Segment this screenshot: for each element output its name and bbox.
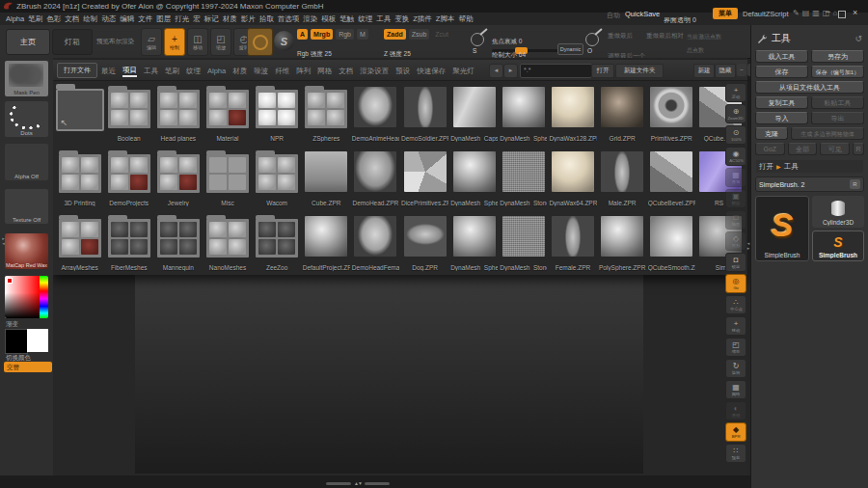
secondary-color-swatch[interactable] bbox=[27, 329, 48, 352]
cylinder3d-thumbnail[interactable]: Cylinder3D bbox=[812, 196, 864, 228]
left-tray-handle[interactable]: ▸◂ bbox=[0, 236, 7, 246]
save-as-button[interactable]: 另存为 bbox=[811, 50, 864, 63]
current-tool-r-button[interactable]: R bbox=[850, 179, 860, 189]
lightbox-tab-渲染设置[interactable]: 渲染设置 bbox=[360, 65, 389, 76]
shelf-zoom3d-button[interactable]: ⊕Zoom3D bbox=[725, 104, 746, 123]
menu-item-1[interactable]: 笔刷 bbox=[28, 14, 42, 24]
lightbox-item[interactable]: FiberMeshes bbox=[104, 210, 153, 275]
lightbox-item[interactable]: QCubeBevel.ZPR bbox=[647, 146, 696, 210]
menu-item-19[interactable]: 纹理 bbox=[358, 14, 372, 24]
shelf-move-button[interactable]: +移动 bbox=[725, 316, 746, 336]
saturation-value-area[interactable] bbox=[5, 276, 40, 318]
shelf-scroll-button[interactable]: +滚动 bbox=[725, 83, 746, 102]
shelf-transparency-button[interactable]: ◐透明 bbox=[725, 401, 746, 420]
shelf-local-symmetry-button[interactable]: ◇对称 bbox=[725, 231, 746, 251]
lightbox-item[interactable]: NanoMeshes bbox=[203, 210, 252, 275]
menu-item-17[interactable]: 模板 bbox=[321, 14, 336, 24]
filter-input[interactable]: *.* bbox=[520, 64, 592, 78]
hue-strip[interactable] bbox=[40, 276, 48, 318]
lightbox-tab-项目[interactable]: 项目 bbox=[122, 64, 137, 77]
prev-page-button[interactable]: ◄ bbox=[489, 64, 503, 78]
menu-item-14[interactable]: 拾取 bbox=[259, 14, 274, 24]
load-tool-button[interactable]: 载入工具 bbox=[755, 50, 808, 63]
shelf-bpr-render-button[interactable]: ◆BPR bbox=[725, 422, 746, 442]
lightbox-item[interactable]: Head planes bbox=[153, 81, 203, 146]
make-polymesh-button[interactable]: 生成 多边形网格物体 bbox=[791, 127, 864, 140]
lightbox-tab-工具[interactable]: 工具 bbox=[144, 65, 158, 76]
current-tool-row[interactable]: SimpleBrush. 2 R bbox=[755, 176, 864, 192]
mode-编辑-button[interactable]: ▱编辑 bbox=[141, 28, 162, 56]
lightbox-item[interactable]: Mannequin bbox=[153, 210, 203, 275]
titlebar-tool-icon-1[interactable]: ▤ bbox=[802, 9, 810, 18]
quicksave-button[interactable]: QuickSave bbox=[625, 10, 660, 18]
dynamic-toggle[interactable]: Dynamic bbox=[557, 43, 583, 55]
goz-all-button[interactable]: 全部 bbox=[788, 143, 818, 155]
lightbox-item[interactable]: DemoSoldier.ZPR bbox=[400, 81, 449, 146]
minimize-button[interactable]: – bbox=[826, 7, 830, 16]
home-button[interactable]: 主页 bbox=[6, 29, 50, 55]
current-texture-thumbnail[interactable]: Texture Off bbox=[5, 189, 48, 224]
lightbox-item[interactable]: DemoAnimeHead bbox=[351, 81, 400, 146]
replay-last-button[interactable]: 重做最后 bbox=[608, 32, 633, 41]
lightbox-item[interactable]: DicePrimitives.ZPR bbox=[400, 146, 449, 210]
lightbox-item[interactable]: DynaMesh_Capsule bbox=[449, 81, 499, 146]
menu-item-2[interactable]: 色彩 bbox=[46, 14, 61, 24]
color-picker[interactable] bbox=[5, 276, 48, 318]
shelf-lock-button[interactable]: ◘锁定 bbox=[725, 253, 746, 272]
lightbox-item[interactable]: Dog.ZPR bbox=[400, 210, 449, 275]
refresh-icon[interactable]: ↺ bbox=[854, 34, 862, 43]
menu-item-5[interactable]: 动态 bbox=[101, 14, 116, 24]
stroke-brush-icon[interactable]: S bbox=[470, 30, 489, 55]
lightbox-item[interactable]: PolySphere.ZPR bbox=[598, 210, 647, 275]
menu-item-13[interactable]: 影片 bbox=[241, 14, 256, 24]
lightbox-item[interactable]: DynaMesh_Sphere bbox=[449, 146, 499, 210]
open-button[interactable]: 打开 bbox=[591, 64, 614, 78]
lightbox-item[interactable]: 3D Printing bbox=[55, 146, 104, 210]
goz-r-button[interactable]: R bbox=[853, 143, 864, 155]
shelf-floor-button[interactable]: □地面 bbox=[725, 210, 746, 230]
paint-A-toggle[interactable]: A bbox=[297, 29, 308, 40]
lightbox-tab-噪波[interactable]: 噪波 bbox=[254, 65, 268, 76]
goz-button[interactable]: GoZ bbox=[755, 143, 785, 155]
shelf-actual-size-button[interactable]: ⊙100% bbox=[725, 125, 746, 145]
paint-M-toggle[interactable]: M bbox=[357, 29, 368, 40]
simplebrush-thumbnail[interactable]: S SimpleBrush bbox=[812, 230, 864, 261]
gradient-toggle[interactable]: 渐变 bbox=[6, 320, 18, 329]
shelf-preview-dots-button[interactable]: ∷预览 bbox=[725, 444, 746, 463]
current-alpha-thumbnail[interactable]: Alpha Off bbox=[5, 144, 48, 180]
lightbox-item[interactable]: Misc bbox=[203, 146, 252, 210]
lightbox-tab-预设[interactable]: 预设 bbox=[395, 65, 410, 76]
lightbox-toggle-button[interactable]: 灯箱 bbox=[52, 29, 93, 55]
lightbox-item[interactable]: QCubeSmooth.ZPR bbox=[647, 210, 696, 275]
shelf-aa-half-button[interactable]: ◉AC50% bbox=[725, 147, 746, 166]
lightbox-tab-最近[interactable]: 最近 bbox=[101, 65, 116, 76]
menu-item-12[interactable]: 材质 bbox=[223, 14, 237, 24]
lightbox-tab-快速保存[interactable]: 快速保存 bbox=[417, 65, 446, 76]
titlebar-tool-icon-2[interactable]: ▥ bbox=[812, 9, 820, 18]
brush-circle-button[interactable] bbox=[247, 28, 273, 56]
menu-item-15[interactable]: 首选项 bbox=[278, 14, 300, 24]
default-zscript-button[interactable]: DefaultZScript bbox=[743, 10, 789, 18]
lightbox-item[interactable]: DemoHeadFemale bbox=[351, 210, 400, 275]
new-folder-button[interactable]: 新建文件夹 bbox=[615, 64, 664, 78]
current-stroke-thumbnail[interactable]: Dots bbox=[5, 101, 48, 137]
bottom-tray-handle[interactable]: ▲▼ bbox=[326, 480, 390, 486]
current-brush-thumbnail[interactable]: Mask Pen bbox=[5, 61, 48, 96]
menu-item-20[interactable]: 工具 bbox=[376, 14, 391, 24]
replay-last-relative-button[interactable]: 重做最后相对 bbox=[646, 32, 684, 41]
mode-绘制-button[interactable]: +绘制 bbox=[164, 28, 185, 56]
lightbox-tab-阵列[interactable]: 阵列 bbox=[296, 65, 311, 76]
lightbox-item[interactable]: DynaMesh_Sphere bbox=[499, 81, 548, 146]
clone-button[interactable]: 克隆 bbox=[755, 127, 788, 140]
current-tool-thumbnail[interactable]: S SimpleBrush bbox=[755, 196, 809, 261]
menu-button[interactable]: 菜单 bbox=[713, 8, 738, 19]
alternate-button[interactable]: 交替 bbox=[4, 362, 52, 372]
lightbox-item[interactable]: DemoHead.ZPR bbox=[351, 146, 400, 210]
menu-item-0[interactable]: Alpha bbox=[6, 14, 24, 23]
lightbox-item[interactable]: Wacom bbox=[253, 146, 302, 210]
menu-item-8[interactable]: 图层 bbox=[156, 14, 171, 24]
new-button[interactable]: 新建 bbox=[693, 64, 715, 78]
menu-item-23[interactable]: Z脚本 bbox=[436, 14, 455, 24]
lightbox-item[interactable]: Male.ZPR bbox=[598, 146, 647, 210]
lightbox-tab-纤维[interactable]: 纤维 bbox=[275, 65, 289, 76]
